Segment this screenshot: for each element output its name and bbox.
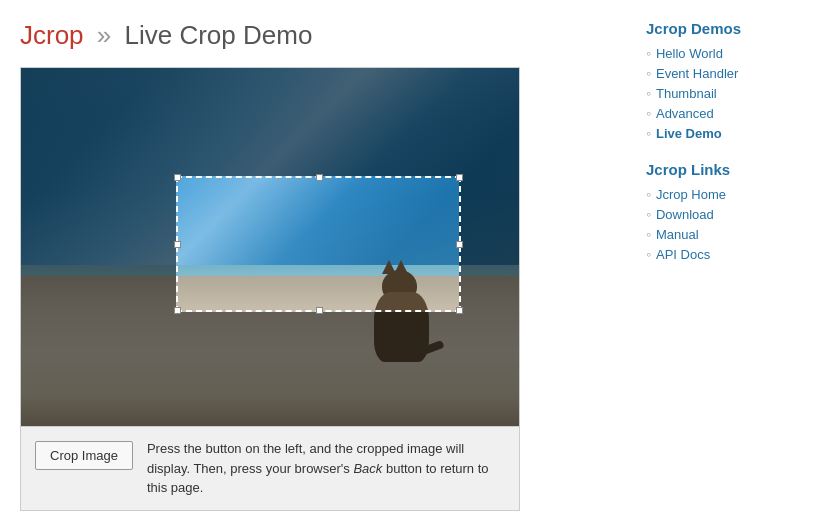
- links-title: Jcrop Links: [646, 161, 796, 178]
- bottom-panel: Crop Image Press the button on the left,…: [20, 427, 520, 511]
- crop-image-button[interactable]: Crop Image: [35, 441, 133, 470]
- overlay-bottom: [21, 312, 519, 427]
- list-item: Jcrop Home: [646, 186, 796, 202]
- demos-thumbnail-link[interactable]: Thumbnail: [656, 86, 717, 101]
- sidebar: Jcrop Demos Hello World Event Handler Th…: [646, 20, 796, 511]
- demos-title: Jcrop Demos: [646, 20, 796, 37]
- handle-top-center[interactable]: [316, 174, 323, 181]
- bottom-description: Press the button on the left, and the cr…: [147, 439, 505, 498]
- demos-hello-world-link[interactable]: Hello World: [656, 46, 723, 61]
- handle-bottom-left[interactable]: [174, 307, 181, 314]
- main-content: Jcrop » Live Crop Demo: [20, 20, 626, 511]
- handle-middle-left[interactable]: [174, 241, 181, 248]
- list-item: Live Demo: [646, 125, 796, 141]
- handle-middle-right[interactable]: [456, 241, 463, 248]
- handle-bottom-center[interactable]: [316, 307, 323, 314]
- overlay-right: [459, 176, 519, 312]
- brand-name: Jcrop: [20, 20, 84, 50]
- demos-list: Hello World Event Handler Thumbnail Adva…: [646, 45, 796, 141]
- jcrop-home-link[interactable]: Jcrop Home: [656, 187, 726, 202]
- crop-selection[interactable]: [176, 176, 461, 312]
- list-item: Event Handler: [646, 65, 796, 81]
- demos-live-demo-link[interactable]: Live Demo: [656, 126, 722, 141]
- links-section: Jcrop Links Jcrop Home Download Manual A…: [646, 161, 796, 262]
- back-text: Back: [353, 461, 382, 476]
- image-container: [20, 67, 520, 427]
- list-item: Thumbnail: [646, 85, 796, 101]
- api-docs-link[interactable]: API Docs: [656, 247, 710, 262]
- download-link[interactable]: Download: [656, 207, 714, 222]
- overlay-top: [21, 68, 519, 176]
- demos-section: Jcrop Demos Hello World Event Handler Th…: [646, 20, 796, 141]
- overlay-left: [21, 176, 176, 312]
- demos-advanced-link[interactable]: Advanced: [656, 106, 714, 121]
- handle-bottom-right[interactable]: [456, 307, 463, 314]
- manual-link[interactable]: Manual: [656, 227, 699, 242]
- list-item: Download: [646, 206, 796, 222]
- list-item: API Docs: [646, 246, 796, 262]
- page-title: Jcrop » Live Crop Demo: [20, 20, 626, 51]
- list-item: Hello World: [646, 45, 796, 61]
- list-item: Manual: [646, 226, 796, 242]
- handle-top-left[interactable]: [174, 174, 181, 181]
- separator: »: [97, 20, 111, 50]
- list-item: Advanced: [646, 105, 796, 121]
- demos-event-handler-link[interactable]: Event Handler: [656, 66, 738, 81]
- handle-top-right[interactable]: [456, 174, 463, 181]
- links-list: Jcrop Home Download Manual API Docs: [646, 186, 796, 262]
- demo-title: Live Crop Demo: [125, 20, 313, 50]
